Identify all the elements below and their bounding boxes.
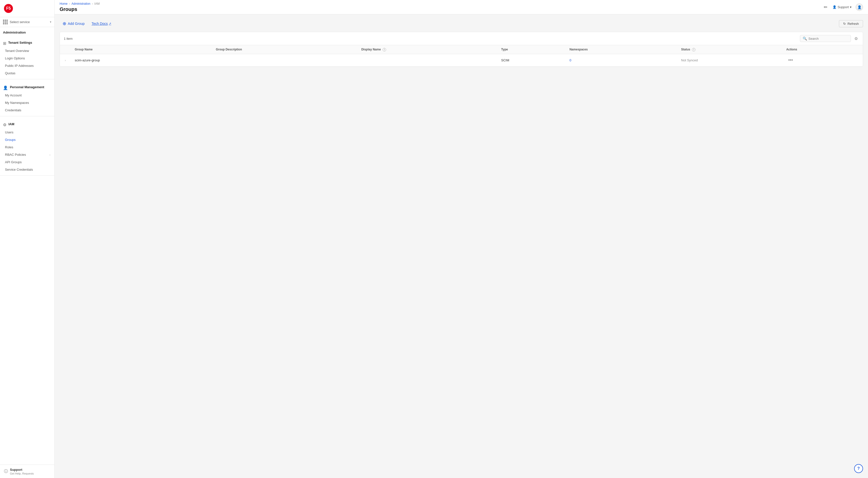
sidebar-item-roles[interactable]: Roles	[1, 144, 53, 151]
page-title: Groups	[60, 6, 99, 12]
breadcrumb-home[interactable]: Home	[60, 2, 67, 5]
breadcrumb-iam: IAM	[94, 2, 99, 5]
support-section[interactable]: ⓘ Support Get Help, Requests	[0, 465, 54, 478]
refresh-icon: ↻	[843, 22, 846, 26]
col-namespaces: Namespaces	[566, 45, 677, 54]
col-namespaces-label: Namespaces	[569, 48, 588, 51]
row-group-name: scim-azure-group	[71, 54, 212, 66]
sidebar-item-users[interactable]: Users	[1, 129, 53, 136]
row-status: Not Synced	[677, 54, 782, 66]
tenant-settings-title: Tenant Settings	[8, 41, 32, 44]
sidebar-item-public-ip-addresses[interactable]: Public IP Addresses	[1, 62, 53, 69]
personal-management-icon: 👤	[3, 86, 8, 90]
help-bubble[interactable]: ?	[854, 464, 863, 473]
grid-icon	[3, 20, 8, 24]
sidebar-item-groups[interactable]: Groups	[1, 136, 53, 143]
sidebar-item-my-namespaces[interactable]: My Namespaces	[1, 99, 53, 106]
external-link-icon: ↗	[109, 22, 111, 25]
row-expand-chevron[interactable]: ›	[64, 58, 67, 63]
sidebar-item-quotas[interactable]: Quotas	[1, 69, 53, 77]
edit-button[interactable]: ✏	[823, 3, 829, 11]
table-toolbar: 1 item 🔍 ⚙	[60, 32, 863, 45]
support-header: ⓘ Support Get Help, Requests	[4, 468, 51, 475]
table-body: › scim-azure-group SCIM 0 Not Synced •••	[60, 54, 863, 66]
refresh-button[interactable]: ↻ Refresh	[839, 20, 863, 27]
refresh-label: Refresh	[847, 22, 859, 26]
tech-docs-label: Tech Docs	[92, 22, 108, 26]
col-display-name: Display Name i	[357, 45, 497, 54]
f5-logo: F5	[4, 4, 13, 13]
iam-header: ⚙ IAM	[3, 122, 52, 127]
personal-management-section: 👤 Personal Management	[0, 81, 54, 91]
add-group-plus-icon: ⊕	[63, 21, 66, 26]
col-group-description-label: Group Description	[216, 48, 242, 51]
status-info-icon[interactable]: i	[692, 48, 695, 52]
tenant-settings-header: ⊞ Tenant Settings	[3, 41, 52, 46]
help-icon: ?	[857, 466, 860, 471]
sidebar-item-credentials[interactable]: Credentials	[1, 107, 53, 114]
table-toolbar-right: 🔍 ⚙	[800, 35, 859, 42]
support-subtitle: Get Help, Requests	[10, 472, 34, 475]
administration-section-header: Administration	[0, 27, 54, 37]
personal-management-title: Personal Management	[10, 85, 44, 89]
content-area: ⊕ Add Group Tech Docs ↗ ↻ Refresh 1 item…	[55, 14, 868, 478]
iam-items: Users Groups Roles RBAC Policies › API G…	[0, 128, 54, 173]
table-header: Group Name Group Description Display Nam…	[60, 45, 863, 54]
sidebar-item-login-options[interactable]: Login Options	[1, 55, 53, 62]
add-group-button[interactable]: ⊕ Add Group	[60, 19, 88, 28]
service-selector-chevron: ▾	[50, 20, 52, 24]
support-button[interactable]: 👤 Support ▾	[833, 5, 851, 9]
search-box: 🔍	[800, 35, 851, 42]
column-settings-button[interactable]: ⚙	[854, 35, 859, 42]
groups-table: Group Name Group Description Display Nam…	[60, 45, 863, 67]
action-bar-left: ⊕ Add Group Tech Docs ↗	[60, 19, 111, 28]
tenant-settings-icon: ⊞	[3, 41, 6, 46]
row-namespaces-link[interactable]: 0	[569, 58, 571, 62]
topbar: Home › Administration › IAM Groups ✏ 👤 S…	[55, 0, 868, 14]
iam-title: IAM	[8, 122, 14, 126]
row-actions-button[interactable]: •••	[786, 57, 795, 63]
support-icon: ⓘ	[4, 469, 8, 474]
row-type: SCIM	[497, 54, 566, 66]
col-group-name: Group Name	[71, 45, 212, 54]
col-display-name-label: Display Name	[361, 48, 381, 51]
topbar-left: Home › Administration › IAM Groups	[60, 2, 99, 12]
col-group-name-label: Group Name	[75, 48, 93, 51]
tech-docs-link[interactable]: Tech Docs ↗	[92, 22, 111, 26]
search-icon: 🔍	[803, 36, 807, 40]
user-avatar[interactable]: 👤	[856, 3, 863, 11]
sidebar-item-api-groups[interactable]: API Groups	[1, 158, 53, 166]
col-group-description: Group Description	[212, 45, 357, 54]
service-selector-label: Select service	[10, 20, 30, 24]
iam-section: ⚙ IAM	[0, 118, 54, 128]
support-person-icon: 👤	[833, 5, 836, 9]
topbar-right: ✏ 👤 Support ▾ 👤	[823, 3, 863, 11]
tenant-settings-section: ⊞ Tenant Settings	[0, 37, 54, 47]
add-group-label: Add Group	[68, 22, 85, 26]
logo-area: F5	[0, 0, 54, 17]
sidebar-item-service-credentials[interactable]: Service Credentials	[1, 166, 53, 173]
row-expand-cell: ›	[60, 54, 71, 66]
service-selector[interactable]: Select service ▾	[0, 17, 54, 27]
search-input[interactable]	[808, 37, 848, 40]
row-namespaces: 0	[566, 54, 677, 66]
sidebar-item-my-account[interactable]: My Account	[1, 92, 53, 99]
col-status: Status i	[677, 45, 782, 54]
sidebar-item-rbac-policies[interactable]: RBAC Policies ›	[1, 151, 53, 158]
tenant-settings-items: Tenant Overview Login Options Public IP …	[0, 47, 54, 77]
breadcrumb: Home › Administration › IAM	[60, 2, 99, 5]
rbac-arrow-icon: ›	[50, 153, 51, 156]
support-label: Support	[837, 5, 849, 9]
col-status-label: Status	[681, 48, 690, 51]
sidebar: F5 Select service ▾ Administration ⊞ Ten…	[0, 0, 55, 478]
display-name-info-icon[interactable]: i	[382, 48, 386, 52]
sidebar-item-tenant-overview[interactable]: Tenant Overview	[1, 47, 53, 54]
breadcrumb-sep-1: ›	[69, 2, 70, 5]
row-group-description	[212, 54, 357, 66]
breadcrumb-sep-2: ›	[92, 2, 93, 5]
administration-title: Administration	[3, 31, 52, 34]
service-selector-left: Select service	[3, 20, 30, 24]
breadcrumb-administration[interactable]: Administration	[71, 2, 90, 5]
col-actions-label: Actions	[786, 48, 797, 51]
support-chevron: ▾	[850, 5, 851, 9]
